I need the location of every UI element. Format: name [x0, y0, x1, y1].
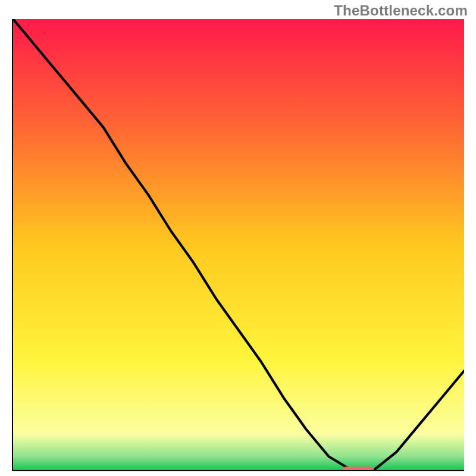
watermark-text: TheBottleneck.com — [334, 2, 468, 19]
chart-stage: TheBottleneck.com — [0, 0, 476, 476]
plot-area — [12, 19, 464, 471]
background-gradient — [13, 19, 464, 470]
svg-rect-0 — [13, 19, 464, 470]
